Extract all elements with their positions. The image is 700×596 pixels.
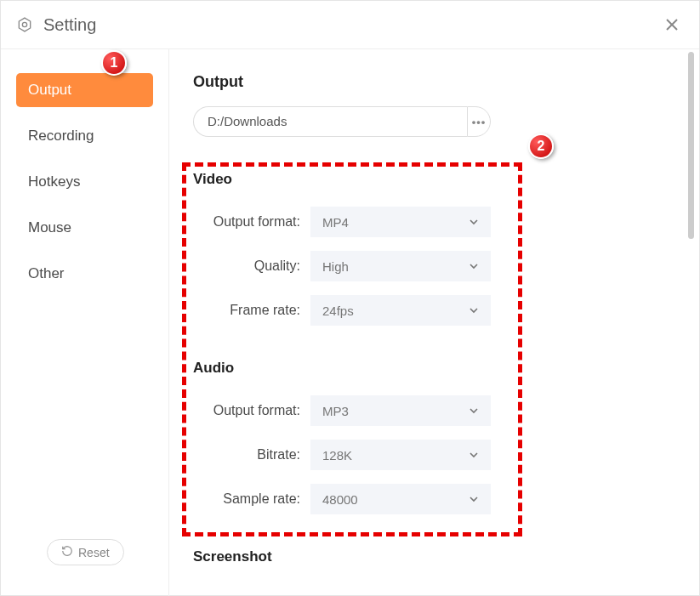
audio-section: Audio Output format: MP3 Bitrate: 128K [193, 360, 682, 514]
reset-button[interactable]: Reset [47, 539, 124, 565]
scrollbar[interactable] [688, 52, 694, 239]
audio-bitrate-row: Bitrate: 128K [193, 440, 682, 470]
audio-output-format-value: MP3 [322, 404, 349, 418]
video-quality-dropdown[interactable]: High [310, 251, 491, 281]
reset-label: Reset [78, 546, 110, 559]
sidebar-item-other[interactable]: Other [16, 257, 153, 291]
chevron-down-icon [469, 404, 479, 418]
audio-section-title: Audio [193, 360, 682, 377]
screenshot-section-title: Screenshot [193, 548, 682, 565]
reset-icon [61, 545, 73, 559]
settings-window: Setting Output Recording Hotkeys Mouse O… [0, 0, 700, 596]
sidebar-item-recording[interactable]: Recording [16, 119, 153, 153]
audio-samplerate-value: 48000 [322, 492, 358, 507]
audio-bitrate-value: 128K [322, 448, 352, 463]
sidebar-item-hotkeys[interactable]: Hotkeys [16, 165, 153, 199]
output-path-row: D:/Downloads ••• [193, 106, 682, 137]
audio-output-format-row: Output format: MP3 [193, 395, 682, 426]
video-quality-label: Quality: [193, 258, 310, 274]
video-framerate-dropdown[interactable]: 24fps [310, 295, 491, 326]
ellipsis-icon: ••• [472, 116, 487, 128]
audio-samplerate-dropdown[interactable]: 48000 [310, 484, 491, 514]
svg-point-1 [22, 22, 26, 26]
chevron-down-icon [469, 448, 479, 463]
video-quality-value: High [322, 259, 349, 274]
audio-bitrate-dropdown[interactable]: 128K [310, 440, 491, 470]
audio-output-format-label: Output format: [193, 403, 310, 418]
output-section-title: Output [193, 73, 682, 91]
sidebar: Output Recording Hotkeys Mouse Other Res… [1, 49, 169, 596]
video-framerate-value: 24fps [322, 304, 354, 318]
sidebar-item-mouse[interactable]: Mouse [16, 211, 153, 245]
video-section-title: Video [193, 171, 682, 188]
chevron-down-icon [469, 259, 479, 274]
screenshot-section: Screenshot [193, 548, 682, 565]
audio-bitrate-label: Bitrate: [193, 447, 310, 463]
video-section: Video Output format: MP4 Quality: High [193, 171, 682, 326]
video-output-format-value: MP4 [322, 215, 349, 230]
video-quality-row: Quality: High [193, 251, 682, 281]
main-panel: Output D:/Downloads ••• Video Output for… [169, 49, 699, 596]
chevron-down-icon [469, 215, 479, 230]
video-framerate-label: Frame rate: [193, 303, 310, 318]
titlebar: Setting [1, 1, 699, 49]
svg-marker-0 [19, 18, 30, 31]
output-path-input[interactable]: D:/Downloads [193, 106, 467, 137]
chevron-down-icon [469, 492, 479, 507]
audio-output-format-dropdown[interactable]: MP3 [310, 395, 491, 426]
audio-samplerate-row: Sample rate: 48000 [193, 484, 682, 514]
body: Output Recording Hotkeys Mouse Other Res… [1, 49, 699, 596]
gear-icon [16, 16, 33, 33]
output-path-browse-button[interactable]: ••• [467, 106, 491, 137]
video-output-format-label: Output format: [193, 214, 310, 230]
window-title: Setting [43, 15, 96, 35]
chevron-down-icon [469, 304, 479, 318]
video-framerate-row: Frame rate: 24fps [193, 295, 682, 326]
video-output-format-row: Output format: MP4 [193, 207, 682, 237]
video-output-format-dropdown[interactable]: MP4 [310, 207, 491, 237]
sidebar-item-output[interactable]: Output [16, 73, 153, 107]
audio-samplerate-label: Sample rate: [193, 491, 310, 507]
close-button[interactable] [660, 13, 684, 37]
